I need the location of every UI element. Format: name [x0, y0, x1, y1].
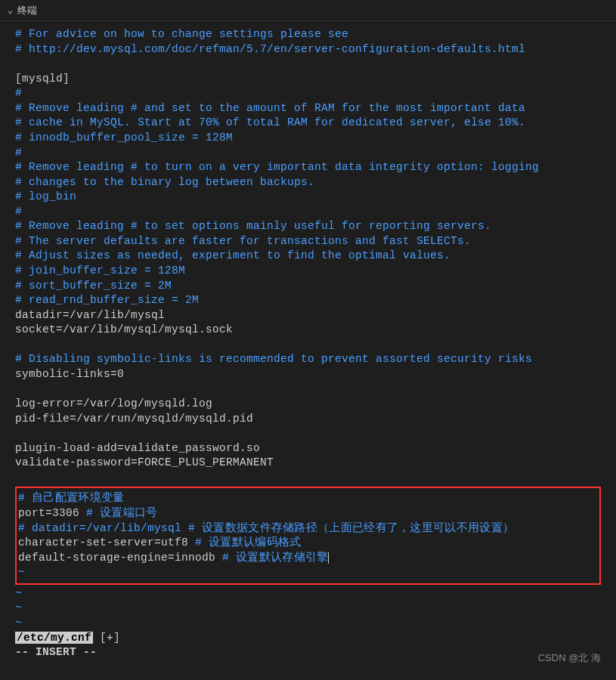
terminal-line: datadir=/var/lib/mysql	[15, 308, 601, 323]
terminal-line: symbolic-links=0	[15, 367, 601, 382]
terminal-line: # log_bin	[15, 190, 601, 205]
terminal-line: plugin-load-add=validate_password.so	[15, 441, 601, 456]
terminal-line	[15, 426, 601, 441]
terminal-line: default-storage-engine=innodb # 设置默认存储引擎	[18, 551, 598, 566]
terminal-line: # 自己配置环境变量	[18, 491, 598, 506]
terminal-content[interactable]: # For advice on how to change settings p…	[0, 21, 616, 666]
terminal-line: [mysqld]	[15, 72, 601, 87]
file-path-label: /etc/my.cnf	[15, 632, 93, 644]
vim-empty-line-tilde: ~	[15, 586, 601, 601]
terminal-line: # The server defaults are faster for tra…	[15, 234, 601, 249]
vim-empty-line-tilde: ~	[15, 601, 601, 616]
terminal-line: character-set-server=utf8 # 设置默认编码格式	[18, 536, 598, 551]
chevron-down-icon: ⌄	[8, 5, 13, 16]
terminal-line: # changes to the binary log between back…	[15, 175, 601, 190]
file-modified-indicator: [+]	[93, 632, 120, 644]
terminal-line: # Remove leading # to set options mainly…	[15, 219, 601, 234]
terminal-line: # Disabling symbolic-links is recommende…	[15, 352, 601, 367]
terminal-line	[15, 338, 601, 353]
terminal-line: # innodb_buffer_pool_size = 128M	[15, 131, 601, 146]
terminal-line	[15, 382, 601, 397]
vim-status-file: /etc/my.cnf [+]	[15, 631, 601, 646]
terminal-line: #	[15, 205, 601, 220]
terminal-panel-header[interactable]: ⌄ 终端	[0, 0, 616, 21]
text-cursor	[328, 552, 329, 564]
terminal-line: pid-file=/var/run/mysqld/mysqld.pid	[15, 412, 601, 427]
terminal-line: socket=/var/lib/mysql/mysql.sock	[15, 323, 601, 338]
terminal-line: # join_buffer_size = 128M	[15, 264, 601, 279]
terminal-line: port=3306 # 设置端口号	[18, 506, 598, 521]
terminal-line: log-error=/var/log/mysqld.log	[15, 397, 601, 412]
terminal-line	[15, 57, 601, 72]
terminal-line: # Remove leading # and set to the amount…	[15, 101, 601, 116]
terminal-line: # sort_buffer_size = 2M	[15, 279, 601, 294]
terminal-line: validate-password=FORCE_PLUS_PERMANENT	[15, 456, 601, 471]
terminal-line: # For advice on how to change settings p…	[15, 27, 601, 42]
panel-title: 终端	[17, 4, 37, 17]
terminal-line: ~	[18, 565, 598, 580]
terminal-line	[15, 471, 601, 486]
terminal-line: # cache in MySQL. Start at 70% of total …	[15, 116, 601, 131]
terminal-line: #	[15, 86, 601, 101]
watermark-text: CSDN @北 海	[538, 651, 601, 665]
terminal-line: #	[15, 146, 601, 161]
terminal-line: # Adjust sizes as needed, experiment to …	[15, 249, 601, 264]
highlighted-config-box: # 自己配置环境变量port=3306 # 设置端口号# datadir=/va…	[15, 487, 601, 584]
vim-empty-line-tilde: ~	[15, 616, 601, 631]
terminal-line: # http://dev.mysql.com/doc/refman/5.7/en…	[15, 42, 601, 57]
terminal-line: # Remove leading # to turn on a very imp…	[15, 160, 601, 175]
terminal-line: # datadir=/var/lib/mysql # 设置数据文件存储路径（上面…	[18, 521, 598, 536]
vim-mode-indicator: -- INSERT --	[15, 645, 601, 660]
terminal-line: # read_rnd_buffer_size = 2M	[15, 293, 601, 308]
